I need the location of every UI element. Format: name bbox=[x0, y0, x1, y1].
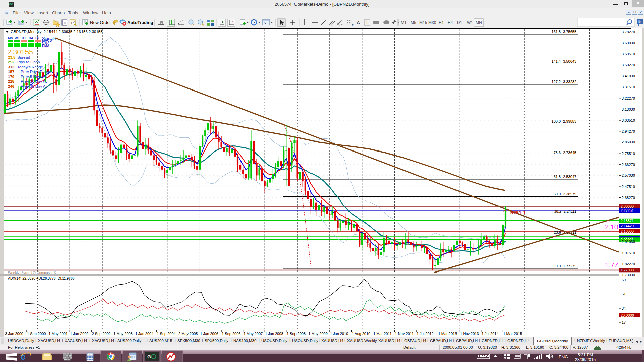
svg-text:51: 51 bbox=[622, 292, 626, 296]
svg-text:E: E bbox=[341, 24, 342, 27]
svg-text:1 May 2009: 1 May 2009 bbox=[308, 331, 327, 336]
svg-text:M5: M5 bbox=[411, 20, 416, 25]
svg-text:1 Nov 2011: 1 Nov 2011 bbox=[395, 331, 414, 336]
svg-text:2.94270: 2.94270 bbox=[622, 129, 635, 133]
svg-text:2.01030: 2.01030 bbox=[622, 240, 635, 244]
svg-text:Prev 5 Days Av: Prev 5 Days Av bbox=[21, 75, 47, 79]
svg-text:161.8 3.75655: 161.8 3.75655 bbox=[552, 29, 576, 34]
svg-text:3.78270: 3.78270 bbox=[622, 30, 635, 34]
svg-text:G: G bbox=[147, 354, 151, 359]
svg-text:1.73030: 1.73030 bbox=[622, 273, 635, 277]
svg-text:1.77: 1.77 bbox=[605, 261, 618, 269]
svg-text:1 Jul 2014: 1 Jul 2014 bbox=[482, 331, 499, 336]
svg-text:Prev Days Range: Prev Days Range bbox=[21, 70, 51, 74]
svg-text:179: 179 bbox=[8, 75, 14, 79]
svg-text:23.5: 23.5 bbox=[8, 55, 16, 59]
svg-text:34: 34 bbox=[622, 306, 626, 310]
svg-text:Prev 10 Day Av: Prev 10 Day Av bbox=[21, 79, 47, 83]
svg-text:2 May 2005: 2 May 2005 bbox=[178, 331, 198, 336]
svg-text:1 Jan 2006: 1 Jan 2006 bbox=[200, 331, 218, 336]
svg-text:0.0 1.77275: 0.0 1.77275 bbox=[556, 264, 576, 268]
svg-text:1 Aug 2010: 1 Aug 2010 bbox=[352, 331, 371, 336]
svg-text:ENG: ENG bbox=[559, 355, 568, 359]
svg-text:1 Sep 2004: 1 Sep 2004 bbox=[157, 331, 175, 336]
svg-text:2.85030: 2.85030 bbox=[622, 140, 635, 144]
svg-text:50.0 2.38579: 50.0 2.38579 bbox=[554, 192, 576, 196]
svg-text:2.14429: 2.14429 bbox=[621, 224, 634, 228]
svg-text:157: 157 bbox=[8, 70, 14, 74]
svg-text:3.22270: 3.22270 bbox=[622, 96, 635, 100]
svg-text:38.2 2.24111: 38.2 2.24111 bbox=[554, 209, 576, 213]
svg-text:D1: D1 bbox=[457, 20, 462, 25]
svg-text:1 Jan 2008: 1 Jan 2008 bbox=[265, 331, 283, 336]
svg-text:2.47510: 2.47510 bbox=[622, 185, 635, 189]
svg-text:2.75510: 2.75510 bbox=[622, 152, 635, 156]
svg-text:2.18871: 2.18871 bbox=[621, 219, 634, 223]
svg-text:69: 69 bbox=[622, 278, 626, 282]
svg-text:3.69030: 3.69030 bbox=[622, 41, 635, 45]
svg-text:3 Jan 2000: 3 Jan 2000 bbox=[5, 331, 23, 336]
svg-text:H4: H4 bbox=[448, 20, 453, 25]
svg-text:2.10: 2.10 bbox=[605, 223, 618, 231]
svg-text:︿: ︿ bbox=[503, 207, 508, 213]
svg-text:1 Sep 2000: 1 Sep 2000 bbox=[27, 331, 46, 336]
svg-text:3.03510: 3.03510 bbox=[622, 118, 635, 122]
svg-text:Today’s Range: Today’s Range bbox=[17, 65, 43, 69]
svg-text:141.4 3.50643: 141.4 3.50643 bbox=[552, 59, 576, 63]
svg-text:Spread: Spread bbox=[17, 55, 30, 59]
svg-text:AutoTrading: AutoTrading bbox=[127, 20, 153, 25]
svg-text:M1: M1 bbox=[401, 20, 407, 25]
svg-text:1 Mar 2011: 1 Mar 2011 bbox=[373, 331, 392, 336]
svg-text:1.82270: 1.82270 bbox=[622, 262, 635, 266]
svg-text:1 Mar 2015: 1 Mar 2015 bbox=[503, 331, 522, 336]
svg-text:78.6 2.73645: 78.6 2.73645 bbox=[554, 150, 576, 155]
svg-text:1 Jan 2004: 1 Jan 2004 bbox=[135, 331, 153, 336]
svg-text:61.8 2.53047: 61.8 2.53047 bbox=[554, 175, 576, 179]
svg-text:Prev 30 Day Av: Prev 30 Day Av bbox=[21, 84, 47, 88]
svg-text:EMA: EMA bbox=[42, 44, 49, 48]
svg-text:A: A bbox=[357, 20, 360, 25]
svg-text:1 Jul 2012: 1 Jul 2012 bbox=[417, 331, 434, 336]
svg-text:Pips to Open: Pips to Open bbox=[17, 60, 40, 64]
svg-text:2.38270: 2.38270 bbox=[622, 196, 635, 200]
svg-text:1 May 2007: 1 May 2007 bbox=[244, 331, 263, 336]
svg-text:F: F bbox=[352, 24, 354, 27]
svg-text:3.50270: 3.50270 bbox=[622, 63, 635, 67]
svg-text:1 Sep 2006: 1 Sep 2006 bbox=[222, 331, 240, 336]
svg-text:1 Jan 2002: 1 Jan 2002 bbox=[70, 331, 88, 336]
svg-text:Weekly Pivots | © CompassFX: Weekly Pivots | © CompassFX bbox=[8, 270, 56, 275]
svg-text:M15: M15 bbox=[419, 20, 427, 25]
svg-text:M30: M30 bbox=[428, 20, 436, 25]
svg-text:2.66270: 2.66270 bbox=[622, 163, 635, 167]
svg-text:2 Sep 2002: 2 Sep 2002 bbox=[92, 331, 111, 336]
svg-text:1.77000: 1.77000 bbox=[621, 268, 634, 272]
svg-text:5: 5 bbox=[638, 19, 641, 24]
svg-text:New Order: New Order bbox=[90, 20, 111, 25]
svg-text:1 May 2003: 1 May 2003 bbox=[113, 331, 132, 336]
svg-text:3.59510: 3.59510 bbox=[622, 52, 635, 56]
svg-text:T: T bbox=[366, 20, 368, 25]
svg-text:246: 246 bbox=[8, 84, 14, 88]
svg-text:228: 228 bbox=[8, 79, 15, 83]
svg-text:28/06/2015: 28/06/2015 bbox=[575, 357, 596, 362]
svg-text:1.91510: 1.91510 bbox=[622, 251, 635, 255]
svg-text:17: 17 bbox=[622, 320, 626, 324]
svg-text:2.10000: 2.10000 bbox=[621, 229, 634, 233]
svg-text:1 Jan 2010: 1 Jan 2010 bbox=[330, 331, 348, 336]
svg-text:1 Sep 2008: 1 Sep 2008 bbox=[287, 331, 306, 336]
svg-text:252: 252 bbox=[8, 60, 14, 64]
svg-text:3.31510: 3.31510 bbox=[622, 85, 635, 89]
svg-text:ADX(14) 22.0320 +DI:26.3776 -D: ADX(14) 22.0320 +DI:26.3776 -DI:11.9766 bbox=[8, 276, 75, 280]
svg-text:100.0 2.99883: 100.0 2.99883 bbox=[552, 119, 576, 123]
svg-text:H4: H4 bbox=[29, 36, 33, 40]
svg-text:1 Mar 2013: 1 Mar 2013 bbox=[438, 331, 457, 336]
svg-text:1 May 2001: 1 May 2001 bbox=[49, 331, 68, 336]
svg-text:127.2 3.33232: 127.2 3.33232 bbox=[552, 80, 576, 84]
svg-text:MN: MN bbox=[476, 20, 482, 25]
svg-text:W1: W1 bbox=[15, 36, 20, 40]
svg-text:312: 312 bbox=[8, 65, 14, 69]
svg-text:GBPNZD,Monthly 2.15444 2.3093: GBPNZD,Monthly 2.15444 2.30935 2.13156 2… bbox=[11, 29, 103, 34]
svg-text:2.30155: 2.30155 bbox=[7, 48, 33, 56]
svg-text:H1: H1 bbox=[439, 20, 444, 25]
svg-text:2.27251: 2.27251 bbox=[621, 208, 634, 213]
